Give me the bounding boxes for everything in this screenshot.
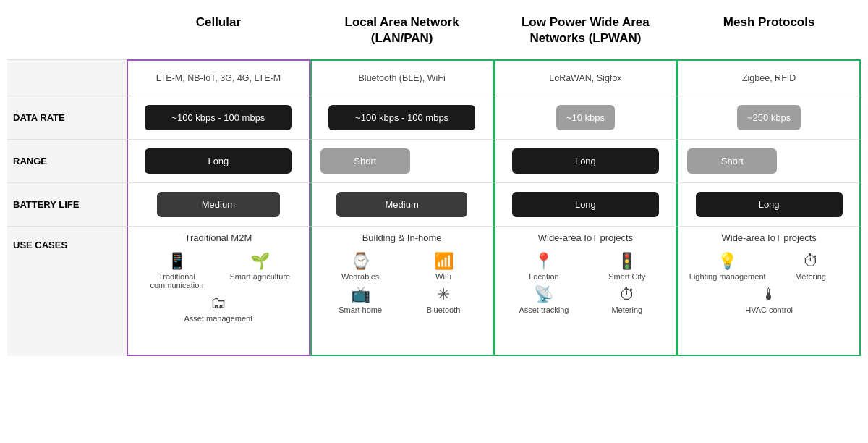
icon-label-hvac: HVAC control: [745, 305, 793, 314]
tv-icon: 📺: [351, 287, 370, 303]
icon-label-lighting: Lighting management: [689, 272, 766, 281]
icon-label-asset-tracking: Asset tracking: [519, 305, 569, 314]
icon-hvac: 🌡 HVAC control: [687, 287, 851, 314]
range-row: RANGE Long Short Long Short: [7, 139, 861, 182]
data-rate-cellular: ~100 kbps - 100 mbps: [127, 96, 310, 139]
use-cases-row: USE CASES Traditional M2M 📱 Traditional …: [7, 226, 861, 356]
icon-label-bluetooth: Bluetooth: [427, 305, 460, 314]
use-cases-lpwan-icons: 📍 Location 🚦 Smart City 📡 Asset tracking…: [504, 253, 668, 314]
battery-label: BATTERY LIFE: [7, 182, 127, 226]
icon-traditional-comm: 📱 Traditional communication: [137, 253, 217, 290]
use-cases-mesh: Wide-area IoT projects 💡 Lighting manage…: [677, 226, 861, 356]
data-rate-cellular-chip: ~100 kbps - 100 mbps: [145, 105, 292, 130]
watch-icon: ⌚: [351, 253, 370, 269]
icon-label-asset-management: Asset management: [184, 314, 252, 323]
bluetooth-icon: ✳: [437, 287, 450, 303]
phone-icon: 📱: [167, 253, 187, 269]
battery-cellular-chip: Medium: [157, 192, 279, 217]
use-cases-lan-icons: ⌚ Wearables 📶 WiFi 📺 Smart home ✳ Blueto…: [320, 253, 484, 314]
range-cellular-chip: Long: [145, 148, 292, 174]
thermometer-icon: 🌡: [761, 287, 777, 303]
battery-lan: Medium: [310, 182, 494, 226]
data-rate-lan-chip: ~100 kbps - 100 mbps: [328, 105, 475, 130]
icon-label-metering-mesh: Metering: [795, 272, 826, 281]
location-icon: 📍: [534, 253, 553, 269]
range-cellular: Long: [127, 139, 310, 182]
main-container: Cellular Local Area Network (LAN/PAN) Lo…: [0, 0, 868, 363]
battery-lpwan: Long: [494, 182, 678, 226]
use-cases-cellular-title: Traditional M2M: [185, 232, 252, 243]
data-rate-mesh: ~250 kbps: [677, 96, 861, 139]
satellite-icon: 📡: [534, 287, 553, 303]
battery-mesh: Long: [677, 182, 861, 226]
tech-label-row: LTE-M, NB-IoT, 3G, 4G, LTE-M Bluetooth (…: [7, 59, 861, 96]
icon-label-smart-home: Smart home: [339, 305, 382, 314]
icon-label-traditional-comm: Traditional communication: [137, 272, 217, 290]
use-cases-cellular: Traditional M2M 📱 Traditional communicat…: [127, 226, 310, 356]
data-rate-lpwan-chip: ~10 kbps: [556, 105, 615, 130]
icon-lighting: 💡 Lighting management: [687, 253, 767, 281]
icon-smart-city: 🚦 Smart City: [587, 253, 667, 281]
icon-label-metering-lpwan: Metering: [611, 305, 642, 314]
tech-label-cellular: LTE-M, NB-IoT, 3G, 4G, LTE-M: [127, 59, 310, 96]
range-label: RANGE: [7, 139, 127, 182]
battery-cellular: Medium: [127, 182, 310, 226]
stopwatch-icon: ⏱: [619, 287, 635, 303]
gauge-icon: ⏱: [803, 253, 819, 269]
icon-metering-mesh: ⏱ Metering: [770, 253, 851, 281]
data-rate-lpwan: ~10 kbps: [494, 96, 678, 139]
header-lpwan: Low Power Wide Area Networks (LPWAN): [494, 14, 678, 54]
icon-bluetooth: ✳ Bluetooth: [404, 287, 484, 314]
wifi-icon: 📶: [434, 253, 454, 269]
traffic-light-icon: 🚦: [617, 253, 637, 269]
icon-asset-tracking: 📡 Asset tracking: [504, 287, 584, 314]
icon-asset-management: 🗂 Asset management: [137, 295, 300, 323]
range-lpwan: Long: [494, 139, 678, 182]
use-cases-lpwan: Wide-area IoT projects 📍 Location 🚦 Smar…: [494, 226, 678, 356]
use-cases-label: USE CASES: [7, 226, 127, 356]
icon-metering-lpwan: ⏱ Metering: [587, 287, 667, 314]
icon-location: 📍 Location: [504, 253, 584, 281]
icon-smart-agriculture: 🌱 Smart agriculture: [220, 253, 300, 290]
tech-label-empty: [7, 59, 127, 96]
data-rate-label: DATA RATE: [7, 96, 127, 139]
data-rate-lan: ~100 kbps - 100 mbps: [310, 96, 494, 139]
range-lan: Short: [310, 139, 494, 182]
use-cases-lan: Building & In-home ⌚ Wearables 📶 WiFi 📺 …: [310, 226, 494, 356]
plant-icon: 🌱: [250, 253, 270, 269]
bulb-icon: 💡: [718, 253, 737, 269]
icon-label-wearables: Wearables: [341, 272, 379, 281]
battery-lpwan-chip: Long: [512, 192, 659, 217]
range-mesh-chip: Short: [687, 148, 777, 174]
header-lan: Local Area Network (LAN/PAN): [310, 14, 494, 54]
range-mesh: Short: [677, 139, 861, 182]
header-cellular: Cellular: [127, 14, 310, 54]
icon-label-location: Location: [529, 272, 559, 281]
icon-wifi: 📶 WiFi: [404, 253, 484, 281]
header-mesh: Mesh Protocols: [677, 14, 861, 54]
battery-mesh-chip: Long: [696, 192, 843, 217]
use-cases-mesh-title: Wide-area IoT projects: [721, 232, 816, 243]
range-lan-chip: Short: [320, 148, 410, 174]
icon-wearables: ⌚ Wearables: [320, 253, 401, 281]
battery-lan-chip: Medium: [336, 192, 467, 217]
tech-label-mesh: Zigbee, RFID: [677, 59, 861, 96]
folder-icon: 🗂: [210, 295, 226, 311]
header-empty: [7, 14, 127, 54]
battery-row: BATTERY LIFE Medium Medium Long Long: [7, 182, 861, 226]
tech-label-lan: Bluetooth (BLE), WiFi: [310, 59, 494, 96]
icon-label-smart-city: Smart City: [608, 272, 645, 281]
data-rate-mesh-chip: ~250 kbps: [737, 105, 801, 130]
icon-label-wifi: WiFi: [435, 272, 451, 281]
data-rate-row: DATA RATE ~100 kbps - 100 mbps ~100 kbps…: [7, 96, 861, 139]
use-cases-lan-title: Building & In-home: [362, 232, 442, 243]
use-cases-lpwan-title: Wide-area IoT projects: [538, 232, 633, 243]
icon-smart-home: 📺 Smart home: [320, 287, 401, 314]
range-lpwan-chip: Long: [512, 148, 659, 174]
use-cases-mesh-icons: 💡 Lighting management ⏱ Metering 🌡 HVAC …: [687, 253, 851, 314]
icon-label-smart-agriculture: Smart agriculture: [229, 272, 290, 281]
use-cases-cellular-icons: 📱 Traditional communication 🌱 Smart agri…: [137, 253, 300, 323]
header-row: Cellular Local Area Network (LAN/PAN) Lo…: [7, 14, 861, 54]
tech-label-lpwan: LoRaWAN, Sigfox: [494, 59, 678, 96]
